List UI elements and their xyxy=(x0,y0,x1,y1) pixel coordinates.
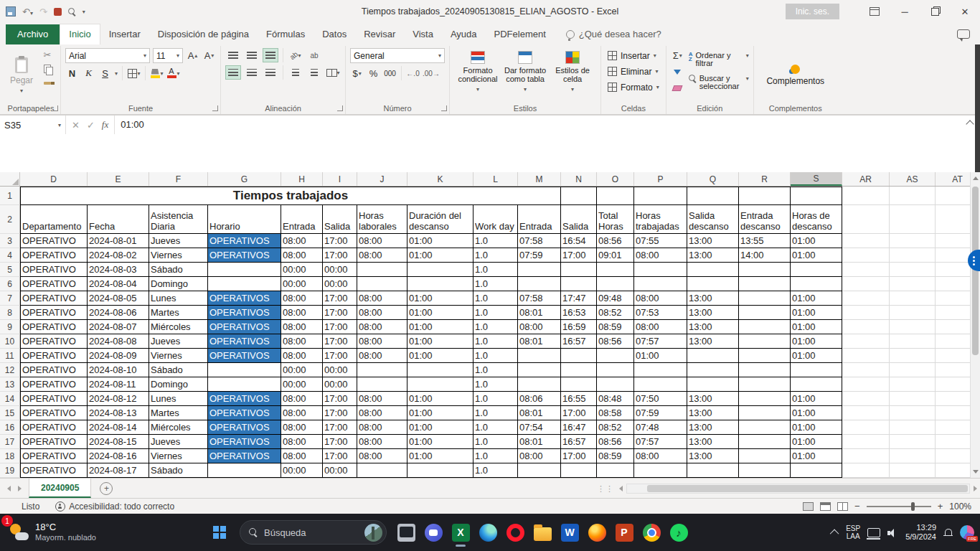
cell[interactable] xyxy=(357,363,407,377)
underline-button[interactable]: S xyxy=(98,66,112,80)
cell[interactable] xyxy=(357,277,407,291)
row-header[interactable]: 10 xyxy=(0,334,20,349)
minimize-button[interactable]: ─ xyxy=(890,0,920,23)
tab-pdfelement[interactable]: PDFelement xyxy=(486,24,555,44)
cell[interactable]: 17:00 xyxy=(323,291,357,306)
borders-icon[interactable]: ▾ xyxy=(127,66,141,80)
column-header[interactable]: P xyxy=(634,172,687,186)
cell[interactable]: 13:00 xyxy=(687,291,739,306)
zoom-slider[interactable] xyxy=(867,506,931,507)
cell[interactable]: 08:00 xyxy=(357,306,407,320)
cell[interactable] xyxy=(634,263,687,277)
cell[interactable]: 00:00 xyxy=(323,463,357,478)
cell[interactable] xyxy=(890,463,936,478)
sheet-tab[interactable]: 20240905 xyxy=(29,479,91,498)
dialog-launcher-icon[interactable] xyxy=(337,105,343,111)
cell[interactable] xyxy=(890,334,936,349)
cell[interactable] xyxy=(739,463,791,478)
cell[interactable]: 2024-08-14 xyxy=(88,420,149,435)
row-header[interactable]: 8 xyxy=(0,306,20,320)
cell[interactable] xyxy=(739,449,791,463)
new-sheet-icon[interactable]: + xyxy=(100,482,113,495)
cell[interactable]: OPERATIVO xyxy=(20,306,88,320)
cell[interactable]: 07:57 xyxy=(634,334,687,349)
tray-overflow-icon[interactable] xyxy=(830,529,839,538)
column-header[interactable]: AR xyxy=(842,172,890,186)
tell-me-box[interactable]: ¿Qué desea hacer? xyxy=(555,29,669,44)
cell[interactable]: Viernes xyxy=(149,248,208,263)
row-header[interactable]: 19 xyxy=(0,463,20,478)
cell[interactable]: 1.0 xyxy=(473,306,518,320)
name-box[interactable]: S35 ▾ xyxy=(0,116,66,134)
cell[interactable] xyxy=(842,363,890,377)
cell[interactable]: 16:57 xyxy=(561,435,597,449)
cell[interactable]: 1.0 xyxy=(473,248,518,263)
tab-archivo[interactable]: Archivo xyxy=(6,24,60,44)
cell[interactable]: OPERATIVO xyxy=(20,420,88,435)
close-button[interactable]: ✕ xyxy=(950,0,980,23)
cell[interactable] xyxy=(208,277,281,291)
sign-in-button[interactable]: Inic. ses. xyxy=(786,4,839,19)
cell[interactable]: 08:00 xyxy=(357,320,407,334)
cell[interactable] xyxy=(791,463,842,478)
column-header[interactable]: O xyxy=(597,172,634,186)
cell[interactable]: 00:00 xyxy=(323,277,357,291)
word-icon[interactable]: W xyxy=(556,517,583,548)
cell[interactable] xyxy=(739,263,791,277)
cell[interactable]: 2024-08-02 xyxy=(88,248,149,263)
cancel-icon[interactable]: ✕ xyxy=(72,120,80,131)
cell[interactable] xyxy=(842,463,890,478)
laptop-icon[interactable] xyxy=(867,528,880,537)
bold-button[interactable]: N xyxy=(65,66,79,80)
cell[interactable]: 1.0 xyxy=(473,377,518,392)
cut-icon[interactable]: ✂ xyxy=(39,48,56,61)
cell[interactable]: 01:00 xyxy=(407,306,473,320)
cell[interactable]: 08:00 xyxy=(281,234,323,248)
cell[interactable]: 08:56 xyxy=(597,334,634,349)
cell[interactable]: 01:00 xyxy=(407,392,473,406)
cell-styles-button[interactable]: Estilos de celda ▾ xyxy=(549,48,596,103)
edge-icon[interactable] xyxy=(474,517,501,548)
cell[interactable] xyxy=(739,291,791,306)
cell[interactable] xyxy=(634,377,687,392)
save-icon[interactable] xyxy=(6,6,16,17)
column-header[interactable]: K xyxy=(407,172,473,186)
cell[interactable] xyxy=(687,349,739,363)
cell[interactable]: 2024-08-05 xyxy=(88,291,149,306)
cell[interactable]: 1.0 xyxy=(473,420,518,435)
cell[interactable]: 13:00 xyxy=(687,248,739,263)
cell[interactable]: 01:00 xyxy=(634,349,687,363)
cell[interactable]: 08:52 xyxy=(597,420,634,435)
zoom-slider-thumb[interactable] xyxy=(911,502,915,511)
clear-icon[interactable] xyxy=(671,81,684,95)
column-header[interactable]: D xyxy=(20,172,88,186)
cell[interactable] xyxy=(890,377,936,392)
cell[interactable]: OPERATIVOS xyxy=(208,420,281,435)
wrap-text-icon[interactable]: ab xyxy=(306,48,322,62)
cell[interactable] xyxy=(597,363,634,377)
decrease-decimal-icon[interactable]: .00→ xyxy=(423,66,440,80)
fill-icon[interactable] xyxy=(671,65,684,79)
cell[interactable] xyxy=(791,363,842,377)
vpn-icon[interactable]: FRE xyxy=(960,525,974,540)
insert-function-icon[interactable]: fx xyxy=(102,119,108,131)
cell[interactable]: 01:00 xyxy=(791,306,842,320)
cell[interactable] xyxy=(739,277,791,291)
scroll-right-icon[interactable] xyxy=(974,486,977,491)
cell[interactable]: 17:00 xyxy=(323,392,357,406)
align-top-icon[interactable] xyxy=(225,48,241,62)
cell[interactable]: 08:00 xyxy=(357,435,407,449)
cell[interactable]: 08:00 xyxy=(281,449,323,463)
dialog-launcher-icon[interactable] xyxy=(212,105,218,111)
tab-inicio[interactable]: Inicio xyxy=(60,24,100,44)
row-header[interactable]: 12 xyxy=(0,363,20,377)
cell[interactable] xyxy=(518,349,561,363)
percent-format-icon[interactable]: % xyxy=(367,66,380,80)
cell[interactable]: 2024-08-10 xyxy=(88,363,149,377)
column-title-cell[interactable]: Duración del descanso xyxy=(407,205,473,234)
cell[interactable] xyxy=(890,363,936,377)
cell[interactable]: 00:00 xyxy=(323,377,357,392)
cell[interactable]: Domingo xyxy=(149,277,208,291)
cell[interactable] xyxy=(842,377,890,392)
enter-icon[interactable]: ✓ xyxy=(87,120,95,131)
